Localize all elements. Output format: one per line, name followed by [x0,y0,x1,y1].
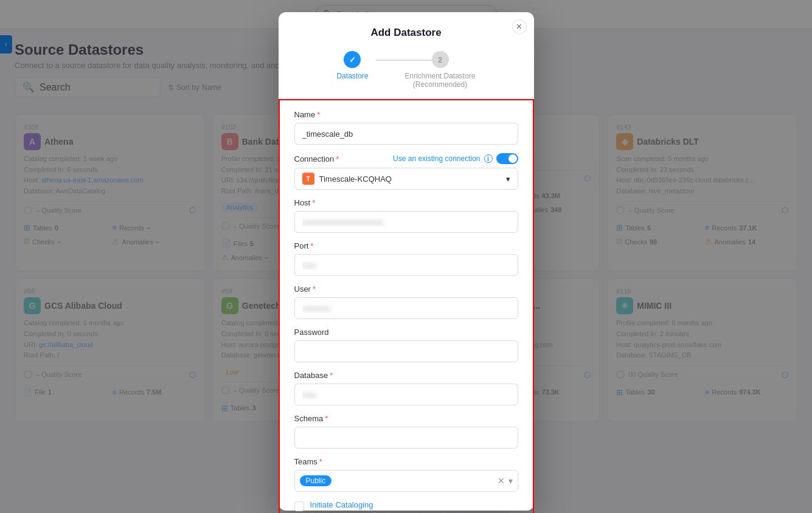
required-marker: * [336,154,339,164]
initiate-cataloging-labels: Initiate Cataloging Automatically start … [310,500,513,513]
initiate-cataloging-label: Initiate Cataloging [310,500,513,509]
teams-label: Teams * [294,457,518,466]
connection-value: Timescale-KCQHAQ [319,174,392,184]
modal-header: Add Datastore ✓ Datastore 2 Enrichment D… [279,12,534,99]
connection-header: Connection * Use an existing connection … [294,153,518,164]
password-input[interactable] [294,340,518,362]
use-existing-connection[interactable]: Use an existing connection i [393,153,518,164]
host-input[interactable] [294,211,518,233]
host-field-group: Host * [294,198,518,233]
name-label: Name * [294,110,518,119]
initiate-cataloging-checkbox[interactable] [294,501,304,511]
use-existing-toggle[interactable] [496,153,518,164]
modal-body: Name * Connection * Use an existing conn… [279,99,534,513]
user-field-group: User * [294,284,518,319]
user-label: User * [294,284,518,294]
password-field-group: Password [294,328,518,362]
chevron-down-icon[interactable]: ▾ [508,476,513,486]
teams-actions: ✕ ▾ [498,476,513,486]
schema-label: Schema * [294,414,518,423]
user-input[interactable] [294,297,518,319]
required-marker: * [325,414,328,423]
chevron-down-icon: ▾ [506,174,510,184]
host-label: Host * [294,198,518,207]
teams-container[interactable]: Public ✕ ▾ [294,470,518,492]
modal-overlay: Add Datastore ✓ Datastore 2 Enrichment D… [0,0,812,513]
schema-input[interactable] [294,427,518,449]
teams-field-group: Teams * Public ✕ ▾ [294,457,518,492]
required-marker: * [313,284,316,294]
stepper: ✓ Datastore 2 Enrichment Datastore(Recom… [293,51,519,89]
schema-field-group: Schema * [294,414,518,449]
public-tag-label: Public [306,477,326,485]
required-marker: * [317,110,320,119]
use-existing-label: Use an existing connection [393,154,480,163]
step-2-label: Enrichment Datastore(Recommended) [404,72,475,89]
step-1-circle: ✓ [344,51,361,68]
close-button[interactable]: × [512,19,527,34]
step-1-label: Datastore [336,72,368,80]
public-team-tag: Public [300,475,332,486]
required-marker: * [319,457,322,466]
database-label: Database * [294,371,518,380]
info-icon: i [484,154,493,163]
database-field-group: Database * [294,371,518,405]
required-marker: * [312,198,315,207]
required-marker: * [330,371,333,380]
required-marker: * [310,241,313,250]
name-field-group: Name * [294,110,518,145]
port-field-group: Port * [294,241,518,276]
initiate-cataloging-group: Initiate Cataloging Automatically start … [294,500,518,513]
name-input[interactable] [294,123,518,145]
timescale-icon: T [302,173,314,185]
connection-field-group: Connection * Use an existing connection … [294,153,518,190]
port-input[interactable] [294,254,518,276]
step-enrichment: 2 Enrichment Datastore(Recommended) [404,51,475,89]
add-datastore-modal: Add Datastore ✓ Datastore 2 Enrichment D… [279,12,534,511]
connection-label: Connection * [294,154,339,164]
page-background: 🔍 Search data... ‹ Source Datastores Con… [0,0,812,513]
database-input[interactable] [294,384,518,405]
step-datastore: ✓ Datastore [336,51,368,80]
connection-select-left: T Timescale-KCQHAQ [302,173,392,185]
clear-teams-icon[interactable]: ✕ [498,476,505,486]
password-label: Password [294,328,518,337]
initiate-cataloging-sublabel: Automatically start a Catalog operation … [310,511,513,513]
connection-select[interactable]: T Timescale-KCQHAQ ▾ [294,168,518,190]
modal-title: Add Datastore [293,27,519,39]
port-label: Port * [294,241,518,250]
step-2-circle: 2 [432,51,449,68]
